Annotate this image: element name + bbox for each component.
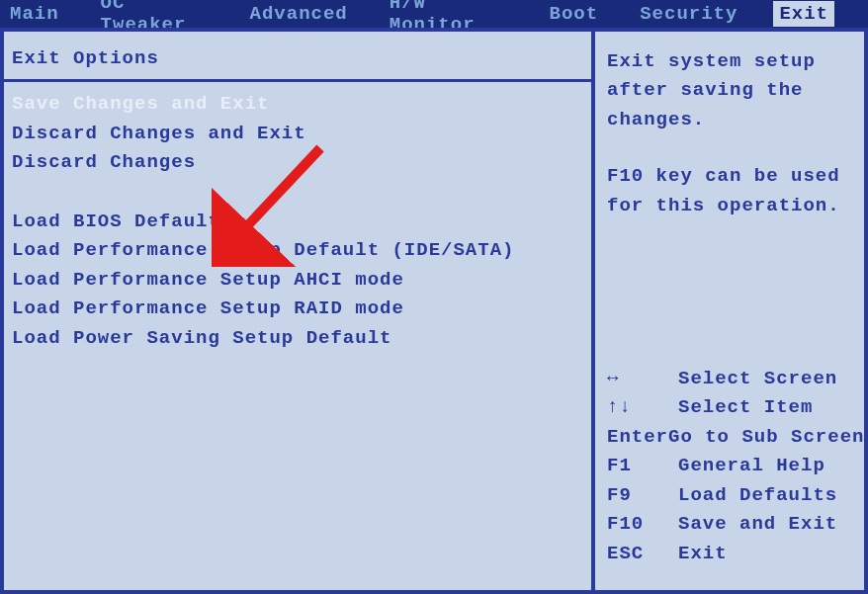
key-key: F9 <box>607 481 678 510</box>
option-load-power-saving-setup-default[interactable]: Load Power Saving Setup Default <box>12 324 583 354</box>
key-key: ↑↓ <box>607 393 678 422</box>
key-key: Enter <box>607 423 668 452</box>
menubar-item-main[interactable]: Main <box>4 1 65 27</box>
divider <box>4 79 591 82</box>
key-key: ESC <box>607 540 678 568</box>
key-desc: Go to Sub Screen <box>668 423 864 452</box>
key-key: F10 <box>607 510 678 539</box>
help-line: for this operation. <box>607 192 852 220</box>
key-desc: Exit <box>678 540 852 568</box>
option-load-bios-defaults[interactable]: Load BIOS Defaults <box>12 208 583 237</box>
key-row-f1: F1 General Help <box>607 452 852 480</box>
key-row-f10: F10 Save and Exit <box>607 510 852 539</box>
menubar-item-advanced[interactable]: Advanced <box>244 1 354 27</box>
key-legend: ↔ Select Screen ↑↓ Select Item Enter Go … <box>607 365 852 574</box>
help-line: F10 key can be used <box>607 162 852 191</box>
key-row-esc: ESC Exit <box>607 540 852 568</box>
key-desc: Select Screen <box>678 365 852 393</box>
help-line: after saving the <box>607 76 852 105</box>
help-line: Exit system setup <box>607 47 852 76</box>
left-panel: Exit Options Save Changes and Exit Disca… <box>0 28 591 594</box>
bios-main-area: Exit Options Save Changes and Exit Disca… <box>0 28 868 594</box>
option-load-performance-setup-ahci-mode[interactable]: Load Performance Setup AHCI mode <box>12 266 583 296</box>
key-row-select-screen: ↔ Select Screen <box>607 365 852 393</box>
option-discard-changes-and-exit[interactable]: Discard Changes and Exit <box>12 120 583 149</box>
right-panel: Exit system setup after saving the chang… <box>591 28 868 594</box>
option-discard-changes[interactable]: Discard Changes <box>12 148 583 178</box>
menubar-item-security[interactable]: Security <box>634 1 743 27</box>
option-load-performance-setup-default-ide-sata[interactable]: Load Performance Setup Default (IDE/SATA… <box>12 236 583 266</box>
help-line: changes. <box>607 106 852 134</box>
option-load-performance-setup-raid-mode[interactable]: Load Performance Setup RAID mode <box>12 295 583 324</box>
key-desc: Load Defaults <box>678 481 852 510</box>
menubar-item-boot[interactable]: Boot <box>544 1 605 27</box>
key-row-select-item: ↑↓ Select Item <box>607 393 852 422</box>
option-save-changes-and-exit[interactable]: Save Changes and Exit <box>12 90 583 120</box>
section-title: Exit Options <box>12 47 583 69</box>
key-desc: Save and Exit <box>678 510 852 539</box>
key-row-f9: F9 Load Defaults <box>607 481 852 510</box>
key-key: F1 <box>607 452 678 480</box>
key-desc: General Help <box>678 452 852 480</box>
bios-menubar: Main OC Tweaker Advanced H/W Monitor Boo… <box>0 0 868 28</box>
key-row-enter: Enter Go to Sub Screen <box>607 423 852 452</box>
menubar-item-exit[interactable]: Exit <box>773 1 834 27</box>
key-desc: Select Item <box>678 393 852 422</box>
key-key: ↔ <box>607 365 678 393</box>
help-text: Exit system setup after saving the chang… <box>607 47 852 220</box>
